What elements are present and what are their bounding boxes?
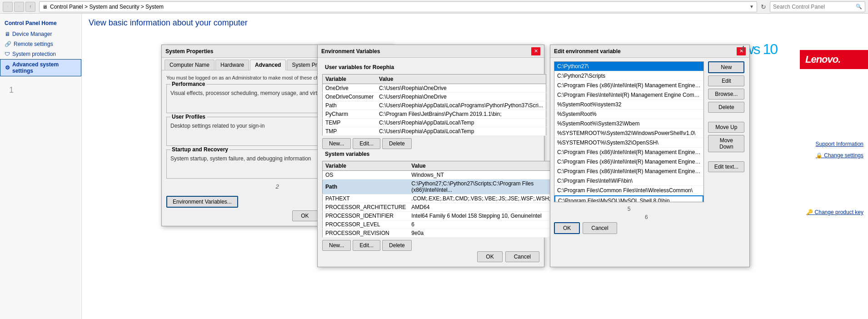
search-box[interactable]: 🔍 — [770, 1, 865, 12]
list-item[interactable]: C:\Program Files\Intel\Intel(R) Manageme… — [554, 90, 703, 100]
lenovo-text: Lenovo. — [805, 54, 840, 65]
table-row[interactable]: PROCESSOR_LEVEL 6 — [323, 220, 567, 229]
ok-button[interactable]: OK — [292, 210, 317, 221]
edit-button[interactable]: Edit — [708, 75, 744, 86]
table-row[interactable]: OS Windows_NT — [323, 171, 567, 179]
change-settings-icon: 🔒 — [816, 152, 823, 159]
list-item[interactable]: C:\Python27\Scripts — [554, 71, 703, 81]
table-row[interactable]: OneDriveConsumer C:\Users\Roephia\OneDri… — [323, 93, 546, 101]
list-item[interactable]: C:\Python27\ — [554, 62, 703, 71]
env-vars-close-button[interactable]: ✕ — [531, 47, 540, 55]
move-down-button[interactable]: Move Down — [708, 135, 744, 152]
delete-button[interactable]: Delete — [708, 102, 744, 113]
sidebar-item-system-protection[interactable]: 🛡 System protection — [0, 49, 81, 59]
device-manager-icon: 🖥 — [5, 31, 10, 37]
tab-advanced[interactable]: Advanced — [250, 60, 286, 70]
table-row[interactable]: TEMP C:\Users\Roephia\AppData\Local\Temp — [323, 119, 546, 127]
env-vars-footer: OK Cancel — [477, 251, 539, 262]
list-item[interactable]: C:\Program Files (x86)\Intel\Intel(R) Ma… — [554, 148, 703, 157]
list-item[interactable]: %SystemRoot%\system32 — [554, 100, 703, 110]
page-title: View basic information about your comput… — [89, 18, 861, 28]
list-item[interactable]: %SystemRoot% — [554, 110, 703, 119]
address-chevron-icon: ▼ — [749, 4, 754, 9]
sidebar-item-advanced-settings[interactable]: ⚙ Advanced system settings — [0, 59, 81, 76]
list-item[interactable]: C:\Program Files (x86)\Intel\Intel(R) Ma… — [554, 167, 703, 176]
search-icon[interactable]: 🔍 — [856, 4, 862, 10]
value-col-header: Value — [409, 161, 567, 171]
environment-variables-dialog: Environment Variables ✕ User variables f… — [317, 45, 544, 267]
env-vars-cancel-button[interactable]: Cancel — [505, 251, 539, 262]
main-layout: Control Panel Home 🖥 Device Manager 🔗 Re… — [0, 14, 868, 319]
nav-buttons: ‹ › ↑ — [3, 2, 35, 12]
forward-button[interactable]: › — [14, 2, 24, 12]
browse-button[interactable]: Browse... — [708, 89, 744, 100]
list-item[interactable]: %SystemRoot%\System32\Wbem — [554, 119, 703, 129]
system-vars-title: System variables — [322, 149, 539, 159]
system-protection-icon: 🛡 — [5, 51, 10, 57]
move-up-button[interactable]: Move Up — [708, 122, 744, 133]
sidebar-item-device-manager[interactable]: 🖥 Device Manager — [0, 29, 81, 39]
system-vars-buttons: New... Edit... Delete — [322, 240, 539, 251]
system-properties-title: System Properties — [165, 48, 213, 55]
table-row[interactable]: PATHEXT .COM;.EXE;.BAT;.CMD;.VBS;.VBE;.J… — [323, 194, 567, 203]
folder-icon: 🖥 — [42, 4, 47, 10]
edit-env-side-buttons: New Edit Browse... Delete Move Up Move D… — [708, 61, 744, 172]
edit-env-ok-button[interactable]: OK — [554, 222, 580, 234]
table-row-path-selected[interactable]: Path C:\Python27;C:\Python27\Scripts;C:\… — [323, 179, 567, 194]
change-settings-link[interactable]: 🔒 Change settings — [816, 152, 863, 159]
list-item[interactable]: C:\Program Files (x86)\Intel\Intel(R) Ma… — [554, 157, 703, 167]
refresh-button[interactable]: ↻ — [761, 3, 766, 10]
user-vars-header: Variable Value — [323, 75, 546, 84]
table-row[interactable]: Path C:\Users\Roephia\AppData\Local\Prog… — [323, 101, 546, 110]
titlebar: ‹ › ↑ 🖥 Control Panel > System and Secur… — [0, 0, 868, 14]
user-delete-button[interactable]: Delete — [382, 138, 412, 149]
sidebar-item-remote-settings[interactable]: 🔗 Remote settings — [0, 39, 81, 49]
user-vars-table: Variable Value OneDrive C:\Users\Roephia… — [322, 74, 546, 136]
variable-col-header: Variable — [323, 161, 409, 171]
lenovo-logo: Lenovo. — [800, 50, 868, 69]
table-row[interactable]: PROCESSOR_ARCHITECTURE AMD64 — [323, 203, 567, 212]
user-edit-button[interactable]: Edit... — [353, 138, 380, 149]
sidebar-home[interactable]: Control Panel Home — [0, 17, 81, 29]
user-new-button[interactable]: New... — [322, 138, 351, 149]
sidebar-item-label: System protection — [12, 51, 56, 57]
search-input[interactable] — [773, 4, 856, 10]
tab-hardware[interactable]: Hardware — [215, 60, 249, 70]
system-vars-table: Variable Value OS Windows_NT Path C:\Pyt… — [322, 161, 567, 238]
edit-env-dialog: Edit environment variable ✕ 4 C:\Python2… — [550, 45, 750, 267]
table-row[interactable]: TMP C:\Users\Roephia\AppData\Local\Temp — [323, 127, 546, 136]
env-vars-title: Environment Variables — [321, 48, 380, 55]
annotation-6: 6 — [645, 214, 648, 220]
list-item[interactable]: %SYSTEMROOT%\System32\OpenSSH\ — [554, 138, 703, 148]
change-product-key-link[interactable]: 🔑 Change product key — [806, 209, 863, 215]
system-delete-button[interactable]: Delete — [382, 240, 412, 251]
remote-settings-icon: 🔗 — [5, 41, 11, 47]
address-text: Control Panel > System and Security > Sy… — [50, 4, 164, 10]
system-new-button[interactable]: New... — [322, 240, 351, 251]
back-button[interactable]: ‹ — [3, 2, 13, 12]
env-vars-titlebar: Environment Variables ✕ — [318, 45, 544, 58]
user-vars-buttons: New... Edit... Delete — [322, 138, 539, 149]
table-row[interactable]: OneDrive C:\Users\Roephia\OneDrive — [323, 84, 546, 93]
list-item-editing[interactable]: C:\Program Files\MySQL\MySQL Shell 8.0\b… — [554, 195, 703, 202]
new-button[interactable]: New — [708, 61, 744, 73]
up-button[interactable]: ↑ — [25, 2, 35, 12]
edit-env-cancel-button[interactable]: Cancel — [583, 222, 617, 234]
env-vars-ok-button[interactable]: OK — [477, 251, 502, 262]
environment-variables-button[interactable]: Environment Variables... — [166, 196, 238, 208]
address-bar[interactable]: 🖥 Control Panel > System and Security > … — [39, 1, 757, 12]
edit-text-button[interactable]: Edit text... — [708, 161, 744, 172]
list-item[interactable]: C:\Program Files\Common Files\Intel\Wire… — [554, 186, 703, 195]
sidebar-item-label: Device Manager — [12, 31, 52, 37]
support-info-link[interactable]: Support Information — [816, 141, 863, 147]
tab-computer-name[interactable]: Computer Name — [165, 60, 215, 70]
list-item[interactable]: C:\Program Files (x86)\Intel\Intel(R) Ma… — [554, 81, 703, 90]
edit-env-list[interactable]: C:\Python27\ C:\Python27\Scripts C:\Prog… — [554, 61, 704, 202]
table-row[interactable]: PyCharm C:\Program Files\JetBrains\PyCha… — [323, 110, 546, 119]
list-item[interactable]: C:\Program Files\Intel\WiFi\bin\ — [554, 176, 703, 186]
list-item[interactable]: %SYSTEMROOT%\System32\WindowsPowerShell\… — [554, 129, 703, 138]
table-row[interactable]: PROCESSOR_REVISION 9e0a — [323, 229, 567, 238]
content-area: View basic information about your comput… — [82, 14, 868, 319]
system-edit-button[interactable]: Edit... — [353, 240, 380, 251]
table-row[interactable]: PROCESSOR_IDENTIFIER Intel64 Family 6 Mo… — [323, 212, 567, 220]
